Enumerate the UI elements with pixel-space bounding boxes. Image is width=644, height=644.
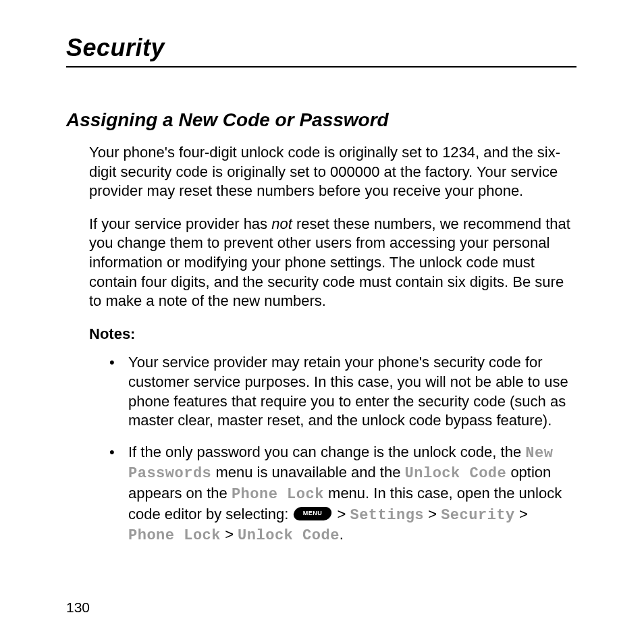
path-separator: > xyxy=(424,506,441,522)
paragraph-1: Your phone's four-digit unlock code is o… xyxy=(89,143,576,201)
document-page: Security Assigning a New Code or Passwor… xyxy=(0,0,644,546)
menu-path-security: Security xyxy=(441,507,515,524)
menu-key-icon: MENU xyxy=(293,507,333,520)
text-span: . xyxy=(340,526,344,543)
italic-not: not xyxy=(271,215,292,232)
path-separator: > xyxy=(333,506,350,522)
path-separator: > xyxy=(515,506,528,522)
chapter-title: Security xyxy=(66,34,576,68)
paragraph-2: If your service provider has not reset t… xyxy=(89,215,576,311)
section-title: Assigning a New Code or Password xyxy=(66,109,576,131)
list-item: If the only password you can change is t… xyxy=(109,443,576,546)
menu-name-unlock-code: Unlock Code xyxy=(405,465,507,482)
body-content: Your phone's four-digit unlock code is o… xyxy=(89,143,576,546)
list-item: Your service provider may retain your ph… xyxy=(109,353,576,430)
notes-list: Your service provider may retain your ph… xyxy=(89,353,576,545)
text-span: If the only password you can change is t… xyxy=(128,444,525,460)
menu-path-phone-lock: Phone Lock xyxy=(128,527,221,544)
menu-path-unlock-code: Unlock Code xyxy=(238,527,340,544)
menu-path-settings: Settings xyxy=(350,507,424,524)
menu-name-phone-lock: Phone Lock xyxy=(232,486,324,503)
text-span: If your service provider has xyxy=(89,215,271,232)
page-number: 130 xyxy=(66,599,90,616)
text-span: menu is unavailable and the xyxy=(211,464,404,481)
notes-heading: Notes: xyxy=(89,325,576,344)
menu-key-label: MENU xyxy=(294,507,331,520)
path-separator: > xyxy=(221,526,238,543)
